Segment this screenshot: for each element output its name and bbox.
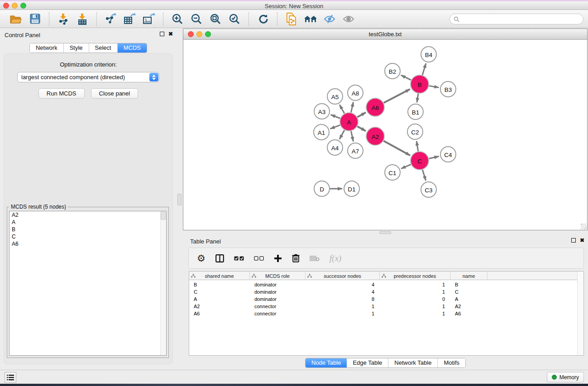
search-input[interactable]	[462, 16, 583, 22]
table-toolbar: ⚙ f(x)	[188, 248, 584, 269]
graph-edge-C-C2[interactable]	[416, 141, 418, 152]
tab-motifs[interactable]: Motifs	[438, 358, 465, 367]
table-row[interactable]: Bdominator41B	[189, 281, 488, 288]
graph-edge-C-C1[interactable]	[401, 164, 411, 168]
table-scrollbar[interactable]	[577, 272, 583, 355]
refresh-icon[interactable]	[253, 11, 272, 27]
graph-edge-C-C4[interactable]	[429, 157, 439, 159]
table-cell: 1	[306, 303, 380, 310]
graph-edge-A-A6[interactable]	[357, 113, 366, 117]
vertical-splitter-grip[interactable]	[177, 194, 182, 205]
column-header-MCDS-role[interactable]: MCDS role	[250, 272, 306, 280]
task-history-button[interactable]	[5, 372, 16, 383]
table-tabs: Node TableEdge TableNetwork TableMotifs	[305, 358, 466, 368]
graph-edge-C-C3[interactable]	[422, 170, 425, 181]
tab-style[interactable]: Style	[64, 43, 89, 52]
table-row[interactable]: Cdominator41C	[189, 288, 488, 295]
tab-mcds[interactable]: MCDS	[118, 43, 147, 52]
mcds-result-list[interactable]: A2ABCA6	[9, 211, 167, 356]
delete-column-icon[interactable]	[292, 254, 300, 262]
zoom-fit-icon[interactable]	[206, 11, 225, 27]
tab-select[interactable]: Select	[89, 43, 118, 52]
graph-edge-B-B4[interactable]	[422, 63, 426, 75]
zoom-selected-icon[interactable]	[225, 11, 244, 27]
network-window-titlebar[interactable]: testGlobe.txt	[183, 29, 587, 40]
memory-status-icon	[552, 375, 557, 380]
table-cell: 1	[380, 303, 450, 310]
deselect-all-icon[interactable]	[254, 256, 264, 261]
close-table-panel-icon[interactable]: ✖	[580, 238, 584, 243]
network-graph[interactable]: B4B2BB3A8A5A6A3B1AA1C2A2A4A7C4CC1C3DD1	[183, 40, 587, 230]
float-panel-icon[interactable]	[160, 32, 164, 36]
table-cell: dominator	[250, 281, 306, 288]
graph-edge-A-A8[interactable]	[351, 102, 353, 113]
show-graphics-icon[interactable]	[339, 11, 358, 27]
result-item[interactable]: C	[10, 233, 166, 240]
table-cell: A	[189, 295, 250, 303]
export-image-icon[interactable]	[139, 11, 158, 27]
graph-edge-B-B3[interactable]	[429, 86, 439, 88]
gear-icon[interactable]: ⚙	[197, 253, 206, 264]
tab-network[interactable]: Network	[30, 43, 64, 52]
graph-edge-A6-B[interactable]	[384, 89, 410, 103]
search-field[interactable]	[449, 14, 583, 24]
close-panel-icon[interactable]: ✖	[168, 32, 173, 36]
graph-edge-A-A7[interactable]	[351, 131, 353, 142]
column-header-shared-name[interactable]: shared name	[189, 272, 250, 280]
graph-edge-B-B1[interactable]	[417, 94, 418, 102]
tab-node-table[interactable]: Node Table	[306, 358, 347, 367]
graph-edge-A-A1[interactable]	[330, 125, 340, 129]
columns-icon[interactable]	[215, 254, 224, 262]
export-table-icon[interactable]	[120, 11, 139, 27]
add-column-icon[interactable]	[274, 254, 282, 262]
search-icon	[454, 16, 459, 22]
column-header-successor-nodes[interactable]: successor nodes	[306, 272, 380, 280]
resize-grip-icon[interactable]	[581, 224, 587, 229]
close-panel-button[interactable]: Close panel	[91, 88, 139, 99]
graph-edge-A-A5[interactable]	[339, 105, 344, 113]
select-all-icon[interactable]	[234, 256, 244, 261]
memory-button[interactable]: Memory	[547, 372, 584, 382]
home-neighbors-icon[interactable]	[301, 11, 320, 27]
result-item[interactable]: A2	[10, 211, 166, 219]
graph-node-label: B4	[425, 52, 433, 58]
graph-edge-A-A3[interactable]	[331, 115, 340, 119]
tab-network-table[interactable]: Network Table	[388, 358, 438, 367]
table-cell: 4	[306, 281, 380, 288]
hide-graphics-icon[interactable]	[320, 11, 339, 27]
node-table[interactable]: shared nameMCDS rolesuccessor nodesprede…	[189, 271, 584, 356]
import-table-icon[interactable]	[73, 11, 92, 27]
tree-icon	[252, 274, 256, 278]
zoom-in-icon[interactable]	[168, 11, 187, 27]
horizontal-splitter-grip[interactable]	[379, 231, 391, 234]
graph-node-label: C2	[411, 129, 419, 136]
graph-node-label: C1	[388, 170, 396, 176]
open-file-icon[interactable]	[6, 11, 25, 27]
result-item[interactable]: A	[10, 219, 166, 226]
column-header-predecessor-nodes[interactable]: predecessor nodes	[380, 272, 450, 280]
table-row[interactable]: Adominator80A	[189, 295, 488, 303]
column-header-name[interactable]: name	[450, 272, 488, 280]
save-session-icon[interactable]	[25, 11, 44, 27]
network-canvas[interactable]: B4B2BB3A8A5A6A3B1AA1C2A2A4A7C4CC1C3DD1	[183, 40, 587, 230]
toolbar-separator	[277, 12, 277, 26]
graph-edge-A-A2[interactable]	[357, 126, 366, 131]
float-table-panel-icon[interactable]	[571, 238, 576, 243]
result-item[interactable]: B	[10, 226, 166, 233]
tab-edge-table[interactable]: Edge Table	[347, 358, 388, 367]
table-row[interactable]: A2connector11A2	[189, 303, 488, 310]
result-scrollbar[interactable]	[160, 211, 166, 355]
zoom-out-icon[interactable]	[187, 11, 206, 27]
graph-edge-B-B2[interactable]	[401, 75, 411, 80]
duplicate-network-icon[interactable]	[282, 11, 301, 27]
table-cell: 1	[380, 281, 450, 288]
graph-edge-A2-C[interactable]	[383, 141, 410, 155]
table-row[interactable]: A6connector11A6	[189, 310, 488, 317]
criterion-dropdown[interactable]: largest connected component (directed)	[17, 72, 159, 82]
memory-label: Memory	[559, 374, 579, 381]
import-network-icon[interactable]	[54, 11, 73, 27]
result-item[interactable]: A6	[10, 240, 166, 248]
run-mcds-button[interactable]: Run MCDS	[38, 88, 85, 99]
graph-edge-A-A4[interactable]	[339, 130, 344, 139]
export-network-icon[interactable]	[101, 11, 120, 27]
